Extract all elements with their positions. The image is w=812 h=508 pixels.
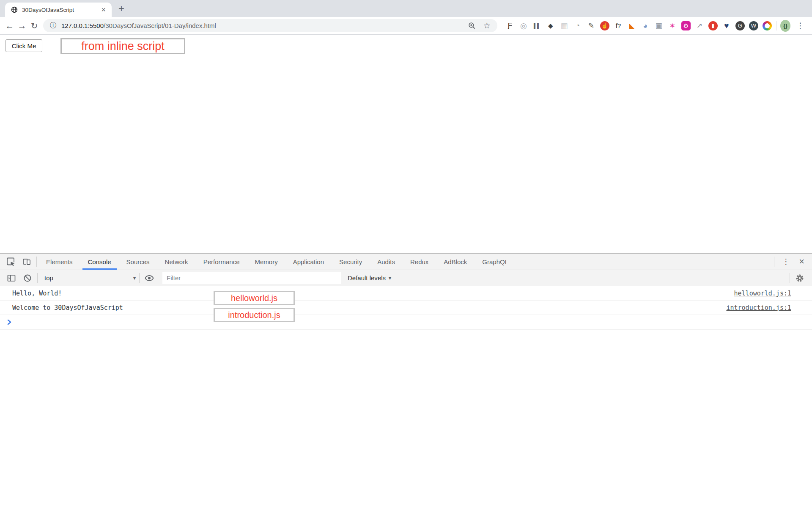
rainbow-icon[interactable] [760,21,774,30]
grid-icon[interactable]: ▦ [557,21,571,30]
clear-console-icon[interactable] [19,273,36,283]
tab-memory[interactable]: Memory [247,254,285,270]
globe-favicon-icon [11,6,18,13]
console-row: Hello, World! helloworld.js:1 [0,286,812,301]
devtools-panel: Elements Console Sources Network Perform… [0,253,812,508]
toolbar-separator [790,273,790,283]
console-toolbar: top ▾ Default levels ▾ [0,270,812,286]
url-path: /30DaysOfJavaScript/01-Day/index.html [104,22,216,29]
source-link[interactable]: introduction.js:1 [726,304,791,312]
source-link[interactable]: helloworld.js:1 [734,290,791,297]
device-toolbar-icon[interactable] [19,257,35,267]
g-clock-icon[interactable]: G [733,21,747,30]
inline-script-output: from inline script [60,38,185,54]
site-info-icon[interactable]: ⓘ [50,21,57,30]
address-bar[interactable]: ⓘ 127.0.0.1:5500/30DaysOfJavaScript/01-D… [43,19,497,32]
bookmark-circle-icon[interactable]: ▮ [706,21,720,30]
back-icon[interactable]: ← [3,21,16,31]
tab-performance[interactable]: Performance [196,254,247,270]
console-message: Welcome to 30DaysOfJavaScript [12,304,726,312]
console-messages: Hello, World! helloworld.js:1 Welcome to… [0,286,812,330]
toolbar-separator [37,273,38,283]
inspect-element-icon[interactable] [3,257,19,267]
live-expression-eye-icon[interactable] [141,273,157,283]
context-value: top [44,274,53,282]
tab-close-icon[interactable]: × [99,6,107,14]
chevron-down-icon: ▾ [389,275,391,281]
profile-avatar[interactable]: {} [780,20,790,32]
page-content: Click Me from inline script [0,35,812,253]
camera-icon[interactable]: ▣ [652,21,666,30]
tab-adblock[interactable]: AdBlock [436,254,475,270]
bug-icon[interactable]: ◆ [544,21,557,30]
tab-application[interactable]: Application [285,254,332,270]
toolbar-separator [776,21,776,30]
w-circle-icon[interactable]: W [747,21,760,30]
tab-title: 30DaysOfJavaScript [22,7,99,13]
settings-gear-icon[interactable] [792,273,808,283]
console-row: Welcome to 30DaysOfJavaScript introducti… [0,301,812,315]
bookmark-star-icon[interactable]: ☆ [483,21,491,30]
filter-input[interactable] [162,272,341,284]
toolbar-separator [139,273,140,283]
devtools-menu-icon[interactable]: ⋮ [776,257,796,266]
megaphone-icon[interactable]: ◣ [625,21,639,30]
zoom-magnifier-icon[interactable] [468,22,476,30]
browser-menu-icon[interactable]: ⋮ [792,21,809,30]
tab-security[interactable]: Security [332,254,370,270]
heart-search-icon[interactable]: ♥ [720,21,733,30]
url-text: 127.0.0.1:5500/30DaysOfJavaScript/01-Day… [61,22,216,29]
fonts-icon[interactable]: Ƒ [503,21,517,30]
tab-console[interactable]: Console [80,254,119,270]
console-message: Hello, World! [12,290,734,297]
click-me-button[interactable]: Click Me [5,39,42,52]
tab-audits[interactable]: Audits [370,254,403,270]
gear-square-icon[interactable]: ⚙ [679,21,693,30]
corner-arrows-icon[interactable]: ↗ [693,21,706,30]
clock-face-icon[interactable]: ◔ [571,21,584,30]
tab-graphql[interactable]: GraphQL [475,254,516,270]
devtools-separator [36,257,37,267]
devtools-separator [774,257,774,267]
url-host: 127.0.0.1:5500 [61,22,104,29]
log-levels-selector[interactable]: Default levels ▾ [348,274,391,282]
annotation-introduction: introduction.js [214,308,295,322]
chevron-down-icon: ▾ [133,275,136,281]
tab-network[interactable]: Network [157,254,196,270]
dot-ring-icon[interactable]: ◎ [517,21,530,30]
f-question-icon[interactable]: f? [612,21,625,30]
console-sidebar-toggle-icon[interactable] [3,273,19,283]
context-selector[interactable]: top ▾ [39,274,137,282]
extensions-bar: Ƒ ◎ ▌▌ ◆ ▦ ◔ [503,21,774,30]
pink-star-icon[interactable]: ✶ [666,21,679,30]
devtools-tabbar: Elements Console Sources Network Perform… [0,254,812,270]
reload-icon[interactable]: ↻ [28,21,41,31]
hand-blocker-icon[interactable]: ☝ [598,21,612,30]
eyedropper-icon[interactable]: ✎ [584,21,598,30]
forward-icon[interactable]: → [16,21,28,31]
tab-strip: 30DaysOfJavaScript × + [0,0,812,17]
browser-tab[interactable]: 30DaysOfJavaScript × [5,3,112,17]
sphere-icon[interactable]: ◕ [639,21,652,30]
annotation-helloworld: helloworld.js [214,291,295,305]
prompt-chevron-icon [5,318,14,326]
log-levels-value: Default levels [348,274,386,282]
browser-toolbar: ← → ↻ ⓘ 127.0.0.1:5500/30DaysOfJavaScrip… [0,17,812,35]
pause-bars-icon[interactable]: ▌▌ [530,21,544,30]
tab-redux[interactable]: Redux [403,254,436,270]
new-tab-button[interactable]: + [118,3,124,14]
tab-sources[interactable]: Sources [119,254,157,270]
tab-elements[interactable]: Elements [38,254,80,270]
console-prompt[interactable] [0,315,812,330]
devtools-close-icon[interactable]: × [796,256,808,267]
browser-window: 30DaysOfJavaScript × + ← → ↻ ⓘ 127.0.0.1… [0,0,812,508]
